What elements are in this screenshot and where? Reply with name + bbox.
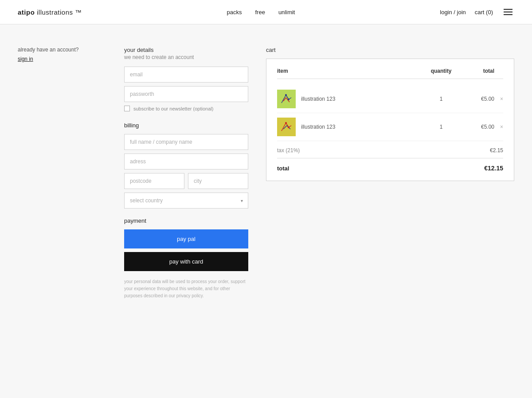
sign-in-link[interactable]: sign in: [18, 56, 33, 62]
cart-item-2: illustration 123: [277, 118, 423, 136]
item-qty-2: 1: [423, 124, 459, 130]
postcode-city-row: [124, 173, 248, 189]
cart-label: cart: [266, 47, 514, 53]
item-thumbnail-1: [277, 90, 296, 108]
city-field[interactable]: [188, 173, 248, 189]
item-qty-1: 1: [423, 96, 459, 102]
tax-pct: (21%): [286, 147, 300, 154]
nav-free[interactable]: free: [255, 9, 265, 16]
nav-unlimit[interactable]: unlimit: [278, 9, 295, 16]
tax-row: tax (21%) €2.15: [277, 141, 503, 158]
country-select-wrapper: select country ▾: [124, 193, 248, 209]
paypal-button[interactable]: pay pal: [124, 229, 248, 248]
item-price-1: €5.00: [459, 96, 494, 102]
password-field[interactable]: [124, 86, 248, 102]
svg-point-7: [288, 99, 289, 100]
your-details-subtitle: we need to create an account: [124, 54, 248, 60]
item-name-2: illustration 123: [301, 124, 335, 130]
cart-item-1: illustration 123: [277, 90, 423, 108]
hamburger-icon[interactable]: [502, 7, 514, 17]
left-column: already have an account? sign in: [18, 47, 106, 299]
cart-box: item quantity total: [266, 59, 514, 181]
header: atipo illustrations ™ packs free unlimit…: [0, 0, 532, 24]
svg-rect-8: [277, 118, 296, 136]
newsletter-row: subscribe to our newsletter (optional): [124, 106, 248, 111]
total-value: €12.15: [484, 165, 503, 172]
main-nav: packs free unlimit: [227, 9, 295, 16]
col-header-item: item: [277, 68, 423, 74]
header-right: login / join cart (0): [440, 7, 514, 17]
email-field[interactable]: [124, 67, 248, 83]
cart-header: item quantity total: [277, 68, 503, 79]
logo-light: illustrations ™: [35, 8, 82, 16]
item-thumbnail-2: [277, 118, 296, 136]
tax-value: €2.15: [490, 147, 503, 154]
remove-item-1-button[interactable]: ×: [494, 96, 503, 102]
address-field[interactable]: [124, 154, 248, 169]
item-price-2: €5.00: [459, 124, 494, 130]
postcode-field[interactable]: [124, 173, 184, 189]
cart-column: cart item quantity total: [266, 47, 514, 299]
col-header-total: total: [459, 68, 494, 74]
logo[interactable]: atipo illustrations ™: [18, 8, 82, 16]
remove-item-2-button[interactable]: ×: [494, 124, 503, 130]
table-row: illustration 123 1 €5.00 ×: [277, 113, 503, 141]
already-account-text: already have an account?: [18, 47, 106, 53]
svg-rect-0: [277, 90, 296, 108]
newsletter-checkbox[interactable]: [124, 106, 130, 111]
newsletter-label: subscribe to our newsletter (optional): [133, 106, 213, 111]
svg-point-14: [285, 122, 287, 124]
logo-bold: atipo: [18, 8, 35, 16]
svg-point-6: [285, 94, 287, 96]
privacy-note: your personal data will be used to proce…: [124, 278, 248, 299]
svg-point-15: [288, 126, 289, 128]
your-details-title: your details: [124, 47, 248, 53]
total-row: total €12.15: [277, 158, 503, 172]
fullname-field[interactable]: [124, 134, 248, 150]
cart-link[interactable]: cart (0): [475, 9, 493, 16]
tax-label: tax (21%): [277, 147, 300, 154]
nav-packs[interactable]: packs: [227, 9, 242, 16]
main-content: already have an account? sign in your de…: [0, 24, 532, 322]
login-link[interactable]: login / join: [440, 9, 466, 16]
item-name-1: illustration 123: [301, 96, 335, 102]
table-row: illustration 123 1 €5.00 ×: [277, 85, 503, 113]
col-header-quantity: quantity: [423, 68, 459, 74]
total-label: total: [277, 165, 289, 172]
billing-title: billing: [124, 122, 248, 129]
card-button[interactable]: pay with card: [124, 252, 248, 271]
payment-title: payment: [124, 217, 248, 224]
country-select[interactable]: select country: [124, 193, 248, 209]
form-column: your details we need to create an accoun…: [124, 47, 248, 299]
